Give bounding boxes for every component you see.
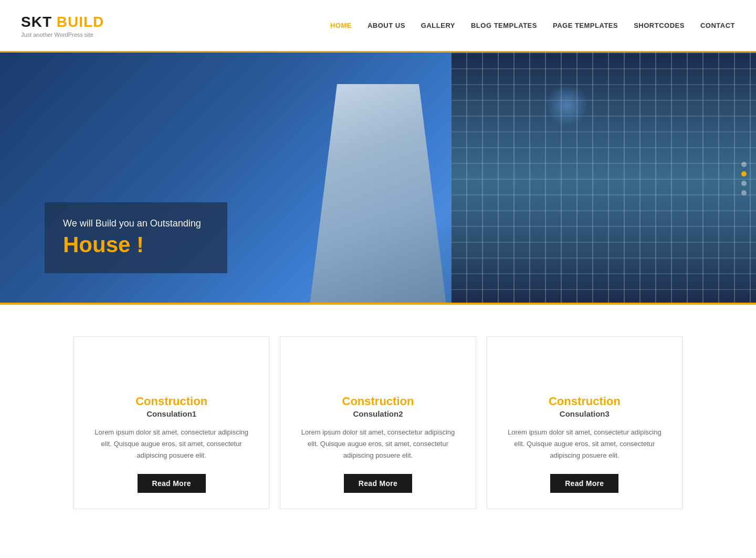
card-3-read-more[interactable]: Read More (550, 474, 618, 493)
hero-subtitle: We will Build you an Outstanding (63, 218, 201, 229)
card-1-read-more[interactable]: Read More (138, 474, 206, 493)
header: SKT BUILD Just another WordPress site HO… (0, 0, 756, 53)
card-3-subtitle: Consulation3 (560, 409, 610, 418)
nav-contact[interactable]: CONTACT (700, 19, 735, 32)
logo-text: SKT BUILD (21, 14, 104, 30)
nav-shortcodes[interactable]: SHORTCODES (634, 19, 685, 32)
card-3-text: Lorem ipsum dolor sit amet, consectetur … (503, 427, 666, 461)
slider-dot-1[interactable] (741, 162, 747, 167)
card-2-subtitle: Consulation2 (353, 409, 403, 418)
card-3: Construction Consulation3 Lorem ipsum do… (487, 336, 682, 509)
card-2: Construction Consulation2 Lorem ipsum do… (280, 336, 476, 509)
logo-skt: SKT (21, 14, 52, 30)
cards-container: Construction Consulation1 Lorem ipsum do… (74, 336, 682, 509)
card-2-read-more[interactable]: Read More (344, 474, 412, 493)
card-1-title: Construction (135, 395, 207, 408)
nav-gallery[interactable]: GALLERY (421, 19, 455, 32)
main-nav: HOME ABOUT US GALLERY BLOG TEMPLATES PAG… (330, 19, 735, 32)
card-1-text: Lorem ipsum dolor sit amet, consectetur … (90, 427, 253, 461)
nav-page-templates[interactable]: PAGE TEMPLATES (553, 19, 618, 32)
lens-flare (546, 84, 588, 126)
slider-dots (741, 162, 747, 195)
slider-dot-2[interactable] (741, 171, 747, 177)
card-1-subtitle: Consulation1 (146, 409, 196, 418)
building-right (452, 53, 756, 305)
hero-overlay: We will Build you an Outstanding House ! (45, 202, 227, 273)
cards-section: Construction Consulation1 Lorem ipsum do… (0, 305, 756, 551)
logo: SKT BUILD Just another WordPress site (21, 14, 104, 38)
slider-dot-4[interactable] (741, 190, 747, 195)
card-3-title: Construction (549, 395, 621, 408)
nav-blog[interactable]: BLOG TEMPLATES (471, 19, 537, 32)
nav-home[interactable]: HOME (330, 19, 352, 32)
hero-slider: We will Build you an Outstanding House ! (0, 53, 756, 305)
card-1: Construction Consulation1 Lorem ipsum do… (74, 336, 269, 509)
slider-dot-3[interactable] (741, 181, 747, 186)
hero-bottom-border (0, 303, 756, 305)
card-2-title: Construction (342, 395, 414, 408)
hero-title: House ! (63, 232, 201, 257)
logo-tagline: Just another WordPress site (21, 32, 104, 38)
nav-about[interactable]: ABOUT US (368, 19, 405, 32)
logo-build: BUILD (57, 14, 104, 30)
card-2-text: Lorem ipsum dolor sit amet, consectetur … (296, 427, 459, 461)
